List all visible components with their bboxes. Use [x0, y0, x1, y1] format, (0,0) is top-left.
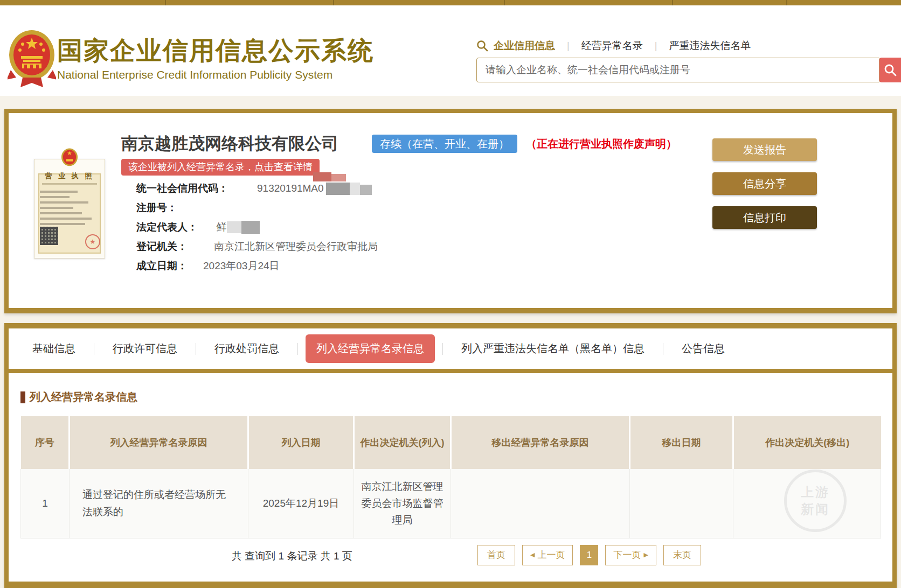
license-red-stamp-icon: ★ [85, 234, 100, 249]
license-text-line [40, 191, 78, 193]
site-title-block: 国家企业信用信息公示系统 National Enterprise Credit … [57, 37, 374, 81]
company-fields: 统一社会信用代码： 91320191MA0 注册号： 法定代表人： 鲜 登记机关… [136, 179, 378, 276]
tab-basic-info[interactable]: 基础信息 [22, 334, 86, 363]
search-button-icon [884, 64, 897, 76]
redaction-block [360, 185, 372, 195]
tab-admin-license[interactable]: 行政许可信息 [102, 334, 188, 363]
redaction-block-red [331, 174, 346, 181]
cell-seq: 1 [21, 469, 70, 538]
cell-authority-in: 南京江北新区管理委员会市场监督管理局 [354, 469, 451, 538]
strip-divider [786, 0, 787, 5]
redaction-block [350, 183, 360, 195]
license-emblem-icon [60, 148, 79, 171]
company-summary-card: 营 业 执 照 ★ 南京越胜茂网络科技有限公司 存续（在营、开业、在册） （正在… [4, 109, 897, 313]
redaction-block [241, 221, 260, 234]
nav-enterprise-credit[interactable]: 企业信用信息 [494, 39, 555, 53]
abnormal-list-banner[interactable]: 该企业被列入经营异常名录，点击查看详情 [121, 159, 320, 176]
strip-divider [672, 0, 673, 5]
top-gold-strip [0, 0, 901, 5]
tab-abnormal-list[interactable]: 列入经营异常名录信息 [306, 334, 435, 363]
section-title: 列入经营异常名录信息 [30, 390, 137, 404]
abnormal-list-table: 序号 列入经营异常名录原因 列入日期 作出决定机关(列入) 移出经营异常名录原因… [20, 416, 881, 538]
field-reg-no: 注册号： [136, 198, 378, 218]
redaction-block-red [313, 172, 331, 181]
cell-reason-in: 通过登记的住所或者经营场所无法联系的 [70, 469, 248, 538]
search-bar [476, 58, 901, 82]
field-value: 南京江北新区管理委员会行政审批局 [214, 240, 378, 254]
send-report-button[interactable]: 发送报告 [712, 138, 817, 161]
strip-divider [333, 0, 334, 5]
license-text-line [40, 218, 92, 220]
col-seq: 序号 [21, 416, 70, 469]
business-license-thumbnail: 营 业 执 照 ★ [34, 159, 105, 258]
section-title-row: 列入经营异常名录信息 [20, 390, 881, 404]
tab-divider [196, 343, 196, 355]
cell-date-in: 2025年12月19日 [248, 469, 354, 538]
field-founded: 成立日期： 2023年03月24日 [136, 256, 378, 276]
cell-date-out [630, 469, 733, 538]
license-text-line [40, 207, 73, 209]
license-qr-code [40, 227, 58, 245]
tab-blacklist[interactable]: 列入严重违法失信名单（黑名单）信息 [450, 334, 655, 363]
redaction-block [326, 183, 350, 195]
site-header: 国家企业信用信息公示系统 National Enterprise Credit … [0, 5, 901, 96]
search-button[interactable] [879, 58, 901, 82]
field-value: 2023年03月24日 [203, 259, 280, 273]
tab-bar: 基础信息 行政许可信息 行政处罚信息 列入经营异常名录信息 列入严重违法失信名单… [9, 328, 892, 369]
field-label: 注册号： [136, 201, 196, 215]
redaction-block [227, 221, 241, 233]
site-title: 国家企业信用信息公示系统 [57, 37, 374, 65]
field-value: 91320191MA0 [257, 183, 324, 194]
field-label: 统一社会信用代码： [136, 181, 249, 195]
search-input[interactable] [476, 58, 879, 82]
col-authority-out: 作出决定机关(移出) [733, 416, 881, 469]
search-icon [476, 40, 488, 52]
nav-illegal-list[interactable]: 严重违法失信名单 [669, 39, 751, 53]
last-page-button[interactable]: 末页 [663, 545, 701, 565]
license-void-notice: （正在进行营业执照作废声明） [526, 137, 677, 151]
prev-page-button[interactable]: ◀上一页 [522, 545, 573, 565]
license-text-line [40, 201, 88, 204]
share-info-button[interactable]: 信息分享 [712, 172, 817, 195]
table-header-row: 序号 列入经营异常名录原因 列入日期 作出决定机关(列入) 移出经营异常名录原因… [21, 416, 881, 469]
nav-divider: | [655, 40, 657, 52]
field-legal-rep: 法定代表人： 鲜 [136, 218, 378, 237]
tab-admin-penalty[interactable]: 行政处罚信息 [204, 334, 290, 363]
gold-rule [9, 369, 892, 373]
table-row: 1 通过登记的住所或者经营场所无法联系的 2025年12月19日 南京江北新区管… [21, 469, 881, 538]
national-emblem-icon [8, 28, 56, 88]
tab-divider [94, 343, 94, 355]
record-count-summary: 共 查询到 1 条记录 共 1 页 [232, 549, 352, 563]
tab-divider [663, 343, 663, 355]
status-badge: 存续（在营、开业、在册） [372, 135, 517, 153]
license-text-line [40, 196, 70, 198]
strip-divider [504, 0, 505, 5]
tab-divider [297, 343, 298, 355]
cell-authority-out [733, 469, 881, 538]
search-category-nav: 企业信用信息 | 经营异常名录 | 严重违法失信名单 [476, 39, 751, 53]
print-info-button[interactable]: 信息打印 [712, 206, 817, 229]
cell-reason-out [451, 469, 630, 538]
field-authority: 登记机关： 南京江北新区管理委员会行政审批局 [136, 237, 378, 256]
nav-abnormal-list[interactable]: 经营异常名录 [581, 39, 643, 53]
field-label: 法定代表人： [136, 220, 209, 234]
col-date-in: 列入日期 [248, 416, 354, 469]
col-authority-in: 作出决定机关(列入) [354, 416, 451, 469]
prev-arrow-icon: ◀ [530, 552, 535, 558]
strip-divider [165, 0, 166, 5]
field-label: 登记机关： [136, 240, 196, 254]
field-label: 成立日期： [136, 259, 196, 273]
abnormal-list-section: 列入经营异常名录信息 序号 列入经营异常名录原因 列入日期 作出决定机关(列入)… [9, 390, 892, 566]
company-name: 南京越胜茂网络科技有限公司 [121, 132, 338, 155]
current-page-badge: 1 [580, 545, 598, 565]
detail-panel: 基础信息 行政许可信息 行政处罚信息 列入经营异常名录信息 列入严重违法失信名单… [4, 323, 897, 588]
next-page-button[interactable]: 下一页▶ [605, 545, 656, 565]
section-marker [20, 391, 25, 403]
col-reason-out: 移出经营异常名录原因 [451, 416, 630, 469]
license-subtitle-line [42, 183, 97, 185]
first-page-button[interactable]: 首页 [477, 545, 515, 565]
tab-announcements[interactable]: 公告信息 [671, 334, 736, 363]
license-text-line [40, 212, 82, 214]
action-buttons: 发送报告 信息分享 信息打印 [712, 138, 817, 229]
tab-divider [442, 343, 443, 355]
